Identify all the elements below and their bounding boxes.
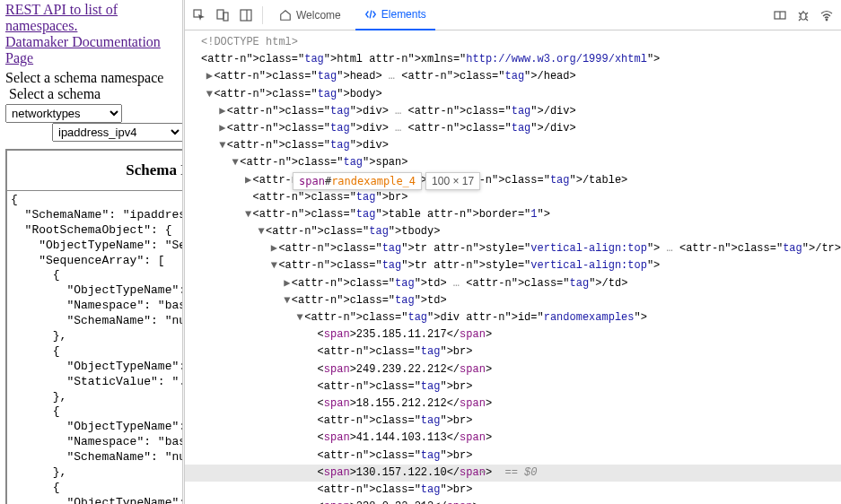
dom-tree-node[interactable]: <span>18.155.212.212</span> (185, 395, 841, 413)
dom-tree-node[interactable]: <attr-n">class="tag">br> (185, 189, 841, 206)
dom-tree-node[interactable]: ▶<attr-n">class="tag">head> … <attr-n">c… (185, 68, 841, 85)
svg-point-7 (801, 13, 806, 20)
svg-point-8 (826, 19, 828, 21)
dom-tree-node[interactable]: ▼<attr-n">class="tag">span> (185, 154, 841, 171)
dom-tree-node[interactable]: ▼<attr-n">class="tag">td> (185, 292, 841, 309)
dom-tree-node[interactable]: <attr-n">class="tag">br> (185, 413, 841, 430)
dom-tree-node[interactable]: ▼<attr-n">class="tag">tr attr-n">style="… (185, 257, 841, 274)
tab-elements[interactable]: Elements (355, 0, 435, 30)
dom-tree-node[interactable]: ▶<attr-n">class="tag">div> … <attr-n">cl… (185, 120, 841, 137)
dom-tree-node[interactable]: <attr-n">class="tag">br> (185, 343, 841, 361)
tab-welcome[interactable]: Welcome (270, 0, 350, 30)
dom-tree-node[interactable]: <attr-n">class="tag">html attr-n">xmlns=… (185, 51, 841, 68)
svg-rect-2 (223, 13, 228, 21)
page-content-panel: REST API to list of namespaces. Datamake… (0, 0, 182, 504)
dom-tree-node[interactable]: ▶<attr-n">class="tag">td> … <attr-n">cla… (185, 275, 841, 292)
docs-link[interactable]: Datamaker Documentation Page (5, 34, 177, 66)
dom-tree-node[interactable]: <!DOCTYPE html> (185, 34, 841, 51)
dom-tree[interactable]: <!DOCTYPE html> <attr-n">class="tag">htm… (185, 30, 841, 504)
schema-select[interactable]: ipaddress_ipv4 (52, 123, 182, 142)
label-select-schema: Select a schema (9, 86, 101, 102)
schema-table: Schema Definition Random Examples { "Sch… (5, 149, 182, 504)
dock-side-icon[interactable] (237, 6, 255, 24)
svg-rect-3 (241, 10, 251, 21)
element-inspector-tooltip: span#randexample_4 100 × 17 (293, 172, 480, 190)
dom-tree-node[interactable]: ▼<attr-n">class="tag">div> (185, 137, 841, 154)
dom-tree-node[interactable]: <span>130.157.122.10</span> == $0 (185, 465, 841, 482)
dom-tree-node[interactable]: ▶<attr-n">class="tag">table> … <attr-n">… (185, 172, 841, 189)
header-schema-definition: Schema Definition (6, 150, 182, 191)
dom-tree-node[interactable]: <attr-n">class="tag">br> (185, 378, 841, 395)
schema-json: { "SchemaName": "ipaddress_ipv4", "RootS… (11, 193, 182, 504)
more-tabs-icon[interactable] (771, 6, 789, 24)
dom-tree-node[interactable]: <span>249.239.22.212</span> (185, 361, 841, 378)
dom-tree-node[interactable]: ▶<attr-n">class="tag">tr attr-n">style="… (185, 240, 841, 257)
namespace-select[interactable]: networktypes (5, 104, 122, 123)
label-select-namespace: Select a schema namespace (5, 70, 163, 86)
dom-tree-node[interactable]: <span>235.185.11.217</span> (185, 326, 841, 343)
dom-tree-node[interactable]: ▼<attr-n">class="tag">body> (185, 86, 841, 103)
dom-tree-node[interactable]: ▶<attr-n">class="tag">div> … <attr-n">cl… (185, 103, 841, 120)
dom-tree-node[interactable]: ▼<attr-n">class="tag">tbody> (185, 223, 841, 240)
svg-rect-1 (217, 10, 223, 19)
dom-tree-node[interactable]: <attr-n">class="tag">br> (185, 482, 841, 499)
wifi-icon[interactable] (818, 6, 836, 24)
rest-api-link[interactable]: REST API to list of namespaces. (5, 2, 177, 34)
dom-tree-node[interactable]: <span>238.0.32.212</span> (185, 499, 841, 504)
inspect-element-icon[interactable] (190, 6, 208, 24)
device-emulation-icon[interactable] (214, 6, 232, 24)
dom-tree-node[interactable]: <attr-n">class="tag">br> (185, 448, 841, 465)
dom-tree-node[interactable]: <span>41.144.103.113</span> (185, 430, 841, 447)
devtools-tabbar: Welcome Elements (185, 0, 841, 30)
bug-icon[interactable] (794, 6, 812, 24)
dom-tree-node[interactable]: ▼<attr-n">class="tag">div attr-n">id="ra… (185, 309, 841, 326)
dom-tree-node[interactable]: ▼<attr-n">class="tag">table attr-n">bord… (185, 206, 841, 223)
devtools-panel: Welcome Elements <!DOCTYPE html> <attr-n… (185, 0, 841, 504)
